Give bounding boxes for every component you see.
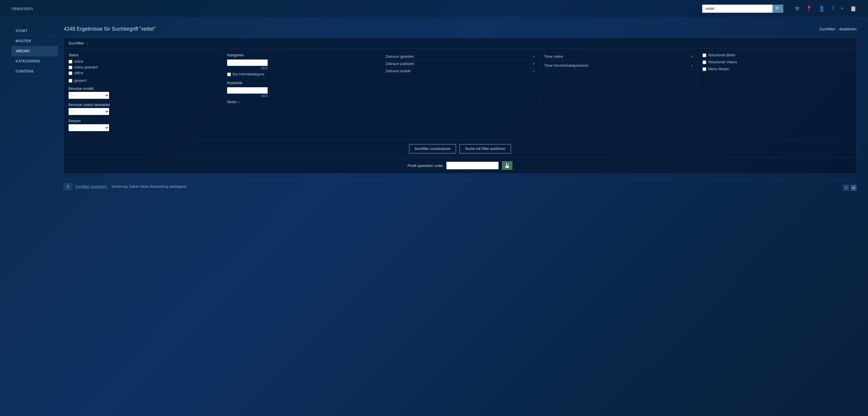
suchfilter-toggle[interactable]: Suchfilter ⌄ (64, 38, 856, 48)
ablaufende-bilder[interactable]: Ablaufende Bilder (703, 53, 851, 57)
ablaufende-videos-checkbox[interactable] (703, 60, 706, 64)
sidebar-item-start[interactable]: START (11, 26, 58, 36)
benutzer-zuletzt-label: Benutzer zuletzt bearbeitet (69, 103, 218, 107)
meine-master[interactable]: Meine Master (703, 67, 851, 71)
zeitraum-geaendert-chevron: > (533, 55, 535, 58)
sidebar-item-contens[interactable]: CONTENS (11, 66, 58, 76)
profile-save-button[interactable]: 💾 (502, 161, 513, 170)
ablaufende-videos[interactable]: Ablaufende Videos (703, 60, 851, 64)
timer-herunterkategorisieren-label: Timer herunterkategorisieren (544, 64, 589, 68)
timer-herunterkategorisieren-chevron: > (691, 64, 693, 67)
ressort-select[interactable]: - (69, 124, 109, 131)
search-button[interactable]: 🔍 (773, 5, 783, 13)
user-icon[interactable]: 👤 (818, 5, 825, 12)
sort-description: Sortierung: Datum letzte Bearbeitung abs… (112, 184, 187, 188)
timer-online[interactable]: Timer online > (544, 53, 693, 60)
zeitraum-publiziert-chevron: > (533, 62, 535, 66)
zeitraum-publiziert[interactable]: Zeitraum publiziert > (386, 60, 535, 68)
benutzer-zuletzt-wrap: Benutzer zuletzt bearbeitet - (69, 103, 218, 115)
export-icon[interactable]: 📋 (850, 5, 857, 12)
filter-buttons: Suchfilter zurücksetzen Suche mit Filter… (64, 140, 856, 158)
media-link[interactable]: Media > (227, 100, 376, 104)
reset-filter-button[interactable]: Suchfilter zurücksetzen (409, 144, 456, 153)
zeitraum-geaendert[interactable]: Zeitraum geändert > (386, 53, 535, 60)
status-checkboxes: online online geändert offline (69, 60, 218, 75)
header-icons: ⚒ 📍 👤 ? + 📋 (795, 5, 857, 12)
filter-status-label: Suchfilter: (819, 27, 836, 31)
header: newsroom 🔍 ⚒ 📍 👤 ? + 📋 (0, 0, 868, 18)
gesperrt-checkbox[interactable] (69, 79, 72, 82)
results-section: 4348 Ergebnisse für Suchbegriff "vettel"… (64, 26, 857, 194)
zeitraum-erstellt-label: Zeitraum erstellt (386, 69, 410, 73)
view-mode-selector: ☰ ■ (843, 185, 857, 190)
keywords-label: Keywords (227, 81, 376, 85)
main-container: START MASTER ARCHIV KATEGORIEN CONTENS 4… (0, 18, 868, 205)
timer-herunterkategorisieren[interactable]: Timer herunterkategorisieren > (544, 62, 693, 69)
help-icon[interactable]: ? (831, 5, 834, 11)
benutzer-erstellt-select[interactable]: - (69, 92, 109, 99)
benutzer-erstellt-wrap: Benutzer erstellt - (69, 87, 218, 99)
suchfilter-panel: Suchfilter ⌄ Status online online (64, 38, 857, 174)
status-online-geaendert-checkbox[interactable] (69, 66, 72, 69)
sidebar: START MASTER ARCHIV KATEGORIEN CONTENS (11, 26, 58, 194)
add-icon[interactable]: + (840, 5, 844, 11)
wrench-icon[interactable]: ⚒ (795, 5, 799, 12)
search-filter-button[interactable]: Suche mit Filter ausführen (460, 144, 511, 153)
suchfilter-title: Suchfilter (69, 41, 84, 45)
status-online-checkbox[interactable] (69, 60, 72, 64)
media-chevron-icon: > (238, 101, 239, 104)
kategorien-input[interactable] (227, 60, 268, 66)
gesperrt-checkbox-item[interactable]: gesperrt (69, 78, 218, 82)
ablaufende-videos-label: Ablaufende Videos (708, 60, 737, 64)
nur-heimatkategorie[interactable]: Nur Heimatkategorie (227, 72, 376, 76)
zeitraum-geaendert-label: Zeitraum geändert (386, 55, 414, 59)
zeitraum-erstellt[interactable]: Zeitraum erstellt > (386, 68, 535, 74)
meine-master-label: Meine Master (708, 67, 729, 71)
sidebar-item-kategorien[interactable]: KATEGORIEN (11, 56, 58, 66)
profile-save-label: Profil speichern unter (408, 164, 443, 168)
filter-col-timer: Timer online > Timer herunterkategorisie… (544, 53, 698, 135)
benutzer-zuletzt-select[interactable]: - (69, 108, 109, 115)
zeitraum-erstellt-chevron: > (533, 70, 535, 73)
status-offline[interactable]: offline (69, 71, 218, 75)
meine-master-checkbox[interactable] (703, 67, 706, 71)
zeitraum-publiziert-label: Zeitraum publiziert (386, 62, 414, 66)
search-input[interactable] (702, 5, 773, 12)
status-online-geaendert[interactable]: online geändert (69, 65, 218, 69)
keywords-counter: 0/10 (227, 94, 268, 98)
filter-col-zeitraum: Zeitraum geändert > Zeitraum publiziert … (386, 53, 539, 135)
filter-status: Suchfilter: deaktiviert (819, 27, 857, 31)
nur-heimatkategorie-label: Nur Heimatkategorie (232, 72, 265, 76)
filter-active-link[interactable]: Suchfilter deaktiviert : (75, 184, 108, 188)
save-icon: 💾 (504, 163, 510, 168)
filter-status-value: deaktiviert (839, 27, 857, 31)
status-online-label: online (74, 60, 83, 64)
ressort-label: Ressort (69, 119, 218, 123)
filter-col-kategorien: Kategorien 0/10 Nur Heimatkategorie Keyw… (227, 53, 381, 135)
filter-col-right: Ablaufende Bilder Ablaufende Videos Mein… (703, 53, 851, 135)
grid-view-button[interactable]: ■ (850, 185, 857, 190)
timer-online-chevron: > (691, 55, 693, 58)
location-icon[interactable]: 📍 (806, 5, 812, 12)
media-label: Media (227, 100, 237, 104)
profile-save-input[interactable] (446, 162, 498, 169)
kategorien-counter: 0/10 (227, 66, 268, 70)
status-online[interactable]: online (69, 60, 218, 64)
status-offline-label: offline (74, 71, 83, 75)
ressort-wrap: Ressort - (69, 119, 218, 131)
search-bar: 🔍 (702, 5, 783, 13)
sort-icon[interactable]: ☰ (64, 183, 72, 190)
ablaufende-bilder-checkbox[interactable] (703, 54, 706, 57)
results-title: 4348 Ergebnisse für Suchbegriff "vettel" (64, 26, 156, 32)
keywords-input[interactable] (227, 87, 268, 94)
nur-heimatkategorie-checkbox[interactable] (227, 72, 231, 76)
profile-save-row: Profil speichern unter 💾 (64, 158, 856, 173)
sort-bar: ☰ Suchfilter deaktiviert : Sortierung: D… (64, 179, 857, 194)
kategorien-label: Kategorien (227, 53, 376, 57)
gesperrt-label: gesperrt (74, 78, 87, 82)
sidebar-item-master[interactable]: MASTER (11, 36, 58, 46)
status-offline-checkbox[interactable] (69, 71, 72, 75)
sidebar-item-archiv[interactable]: ARCHIV (11, 46, 58, 56)
list-view-button[interactable]: ☰ (843, 185, 849, 190)
status-label: Status (69, 53, 218, 57)
